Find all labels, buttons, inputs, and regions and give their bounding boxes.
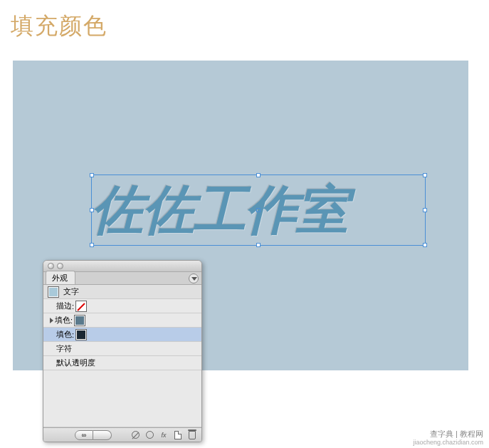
watermark-line1: 查字典 | 教程网 bbox=[413, 429, 483, 439]
opacity-label: 默认透明度 bbox=[56, 358, 95, 368]
fill2-label: 填色 bbox=[56, 329, 72, 340]
panel-footer: ∞ bbox=[43, 427, 201, 442]
row-opacity[interactable]: 默认透明度 bbox=[43, 356, 201, 370]
link-off-icon[interactable] bbox=[93, 430, 112, 440]
selection-bounds bbox=[91, 174, 426, 246]
center-mark bbox=[256, 208, 261, 212]
handle-mid-right[interactable] bbox=[423, 208, 427, 212]
handle-bot-left[interactable] bbox=[90, 243, 94, 247]
object-type-label: 文字 bbox=[63, 286, 79, 297]
link-toggle[interactable]: ∞ bbox=[75, 430, 112, 440]
row-fill-1[interactable]: 填色: bbox=[43, 313, 201, 328]
panel-blank bbox=[43, 370, 201, 427]
handle-top-right[interactable] bbox=[423, 173, 427, 177]
watermark: 查字典 | 教程网 jiaocheng.chazidian.com bbox=[413, 429, 483, 447]
fill1-swatch[interactable] bbox=[74, 315, 85, 326]
text-object[interactable]: 佐佐工作室 bbox=[91, 174, 426, 246]
trash-icon[interactable] bbox=[186, 429, 199, 441]
panel-menu-icon[interactable] bbox=[189, 274, 199, 283]
row-characters[interactable]: 字符 bbox=[43, 342, 201, 356]
reduce-appearance-icon[interactable] bbox=[143, 429, 156, 441]
stroke-swatch-none[interactable] bbox=[75, 301, 87, 312]
handle-mid-left[interactable] bbox=[90, 208, 94, 212]
panel-tabs: 外观 bbox=[43, 272, 201, 285]
handle-top-mid[interactable] bbox=[256, 173, 261, 177]
row-fill-2[interactable]: 填色: bbox=[43, 328, 201, 342]
watermark-line2: jiaocheng.chazidian.com bbox=[413, 439, 483, 447]
handle-top-left[interactable] bbox=[90, 173, 94, 177]
row-stroke[interactable]: 描边: bbox=[43, 299, 201, 313]
new-item-icon[interactable] bbox=[172, 429, 184, 441]
stroke-label: 描边 bbox=[56, 301, 72, 311]
object-swatch[interactable] bbox=[48, 286, 59, 298]
close-icon[interactable] bbox=[48, 263, 54, 269]
row-object-type[interactable]: 文字 bbox=[43, 285, 201, 299]
minimize-icon[interactable] bbox=[57, 263, 63, 269]
page-title: 填充颜色 bbox=[0, 0, 489, 42]
fx-icon[interactable] bbox=[157, 429, 170, 441]
appearance-panel[interactable]: 外观 文字 描边: 填色: 填色: 字符 默认透明度 bbox=[43, 260, 202, 442]
char-label: 字符 bbox=[56, 343, 72, 354]
handle-bot-mid[interactable] bbox=[256, 243, 261, 247]
link-on-icon[interactable]: ∞ bbox=[75, 430, 93, 440]
handle-bot-right[interactable] bbox=[423, 243, 427, 247]
disclosure-icon[interactable] bbox=[48, 318, 55, 323]
fill2-swatch[interactable] bbox=[75, 329, 87, 340]
clear-appearance-icon[interactable] bbox=[129, 429, 142, 441]
tab-appearance[interactable]: 外观 bbox=[46, 271, 75, 284]
panel-body: 文字 描边: 填色: 填色: 字符 默认透明度 bbox=[43, 285, 201, 427]
fill1-label: 填色 bbox=[55, 315, 70, 325]
